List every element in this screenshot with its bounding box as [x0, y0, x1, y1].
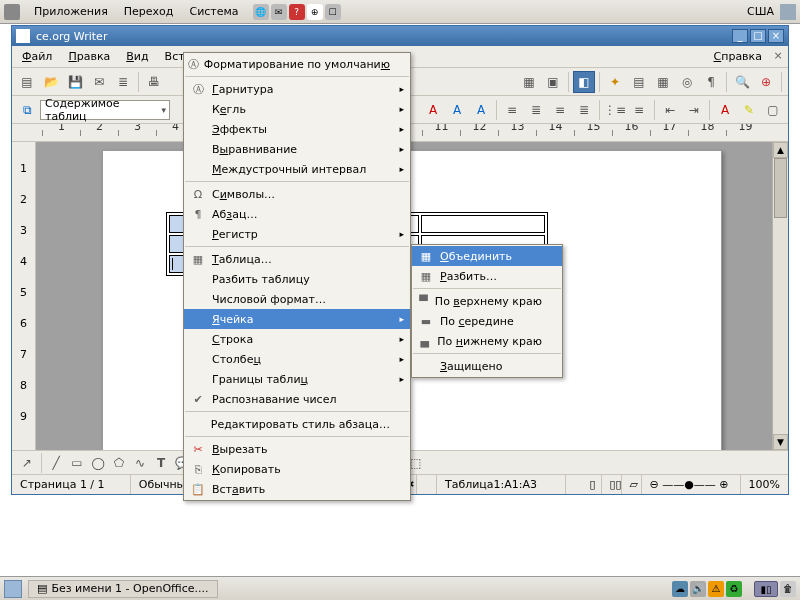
curve-tool[interactable]: ∿ [131, 454, 149, 472]
pdf-button[interactable]: ≣ [112, 71, 134, 93]
tray-icon[interactable]: 🌐 [253, 4, 269, 20]
ctx-font[interactable]: ⒶГарнитура▸ [184, 79, 410, 99]
toolbar-button[interactable]: A [714, 99, 736, 121]
gnome-menu-applications[interactable]: Приложения [26, 5, 116, 18]
ctx-case[interactable]: Регистр▸ [184, 224, 410, 244]
ctx-symbols[interactable]: ΩСимволы… [184, 184, 410, 204]
view-layout-single[interactable]: ▯ [582, 475, 602, 494]
toolbar-button[interactable]: ▣ [542, 71, 564, 93]
align-center-button[interactable]: ≣ [525, 99, 547, 121]
print-button[interactable]: 🖶 [143, 71, 165, 93]
toolbar-button[interactable]: ◧ [573, 71, 595, 93]
text-tool[interactable]: T [152, 454, 170, 472]
ctx-effects[interactable]: Эффекты▸ [184, 119, 410, 139]
close-document-button[interactable]: × [770, 49, 786, 65]
table-button[interactable]: ▦ [518, 71, 540, 93]
numbered-list-button[interactable]: ≡ [628, 99, 650, 121]
align-right-button[interactable]: ≡ [549, 99, 571, 121]
ctx-cut[interactable]: ✂Вырезать [184, 439, 410, 459]
submenu-align-bottom[interactable]: ▄По нижнему краю [412, 331, 562, 351]
taskbar-item[interactable]: ▤ Без имени 1 - OpenOffice.... [28, 580, 218, 598]
ctx-line-spacing[interactable]: Междустрочный интервал▸ [184, 159, 410, 179]
titlebar[interactable]: ce.org Writer _ □ × [12, 26, 788, 46]
vertical-ruler[interactable]: 123456789 [12, 142, 36, 450]
toolbar-button[interactable]: ✎ [738, 99, 760, 121]
list-button[interactable]: ⋮≡ [604, 99, 626, 121]
help-button[interactable]: ⊕ [755, 71, 777, 93]
menu-view[interactable]: Вид [118, 47, 156, 66]
ctx-default-formatting[interactable]: ⒶФорматирование по умолчанию [184, 54, 410, 74]
open-button[interactable]: 📂 [40, 71, 62, 93]
ctx-table[interactable]: ▦Таблица… [184, 249, 410, 269]
ctx-row[interactable]: Строка▸ [184, 329, 410, 349]
toolbar-button[interactable]: ✦ [604, 71, 626, 93]
tray-icon[interactable]: ⊕ [307, 4, 323, 20]
status-signature[interactable] [417, 475, 437, 494]
submenu-merge[interactable]: ▦Объединить [412, 246, 562, 266]
tray-icon[interactable]: ☁ [672, 581, 688, 597]
rect-tool[interactable]: ▭ [68, 454, 86, 472]
new-doc-button[interactable]: ▤ [16, 71, 38, 93]
tray-icon[interactable]: ☐ [325, 4, 341, 20]
trash-icon[interactable]: 🗑 [780, 581, 796, 597]
gnome-menu-system[interactable]: Система [181, 5, 246, 18]
menu-file[interactable]: Файл [14, 47, 60, 66]
ctx-edit-paragraph-style[interactable]: Редактировать стиль абзаца… [184, 414, 410, 434]
submenu-align-center[interactable]: ▬По середине [412, 311, 562, 331]
view-layout-book[interactable]: ▱ [622, 475, 642, 494]
ctx-cell[interactable]: Ячейка▸ [184, 309, 410, 329]
ellipse-tool[interactable]: ◯ [89, 454, 107, 472]
scroll-up-button[interactable]: ▲ [773, 142, 788, 158]
line-tool[interactable]: ╱ [47, 454, 65, 472]
ctx-number-format[interactable]: Числовой формат… [184, 289, 410, 309]
ctx-paste[interactable]: 📋Вставить [184, 479, 410, 499]
tray-icon[interactable]: ♻ [726, 581, 742, 597]
ctx-alignment[interactable]: Выравнивание▸ [184, 139, 410, 159]
table-cell[interactable] [421, 215, 545, 233]
workspace-switcher[interactable]: ▮▯ [754, 581, 778, 597]
save-button[interactable]: 💾 [64, 71, 86, 93]
scroll-down-button[interactable]: ▼ [773, 434, 788, 450]
tray-icon[interactable]: ✉ [271, 4, 287, 20]
submenu-split[interactable]: ▦Разбить… [412, 266, 562, 286]
ctx-number-recognition[interactable]: ✔Распознавание чисел [184, 389, 410, 409]
zoom-slider[interactable]: ⊖ ——●—— ⊕ [642, 475, 741, 494]
zoom-button[interactable]: 🔍 [731, 71, 753, 93]
close-button[interactable]: × [768, 29, 784, 43]
submenu-protected[interactable]: Защищено [412, 356, 562, 376]
tray-icon[interactable]: ? [289, 4, 305, 20]
show-desktop-button[interactable] [4, 580, 22, 598]
ctx-copy[interactable]: ⎘Копировать [184, 459, 410, 479]
ctx-borders[interactable]: Границы таблиц▸ [184, 369, 410, 389]
vertical-scrollbar[interactable]: ▲ ▼ [772, 142, 788, 450]
menu-edit[interactable]: Правка [60, 47, 118, 66]
ctx-size[interactable]: Кегль▸ [184, 99, 410, 119]
increase-indent-button[interactable]: ⇥ [683, 99, 705, 121]
tray-icon[interactable]: 🔊 [690, 581, 706, 597]
paragraph-style-dropdown[interactable]: Содержимое таблиц [40, 100, 170, 120]
tray-icon[interactable]: ⚠ [708, 581, 724, 597]
toolbar-button[interactable]: ▢ [762, 99, 784, 121]
highlight-button[interactable]: A [446, 99, 468, 121]
font-color-button[interactable]: A [422, 99, 444, 121]
view-layout-multi[interactable]: ▯▯ [602, 475, 622, 494]
scroll-thumb[interactable] [774, 158, 787, 218]
toolbar-button[interactable]: ▤ [628, 71, 650, 93]
toolbar-button[interactable]: ¶ [700, 71, 722, 93]
email-button[interactable]: ✉ [88, 71, 110, 93]
ctx-split-table[interactable]: Разбить таблицу [184, 269, 410, 289]
maximize-button[interactable]: □ [750, 29, 766, 43]
keyboard-layout-indicator[interactable]: США [741, 5, 780, 18]
decrease-indent-button[interactable]: ⇤ [659, 99, 681, 121]
ctx-paragraph[interactable]: ¶Абзац… [184, 204, 410, 224]
align-left-button[interactable]: ≡ [501, 99, 523, 121]
zoom-value[interactable]: 100% [741, 475, 788, 494]
submenu-align-top[interactable]: ▀По верхнему краю [412, 291, 562, 311]
styles-button[interactable]: ⧉ [16, 99, 38, 121]
bg-color-button[interactable]: A [470, 99, 492, 121]
menu-help[interactable]: Справка [706, 47, 770, 66]
select-tool[interactable]: ↗ [18, 454, 36, 472]
align-justify-button[interactable]: ≣ [573, 99, 595, 121]
minimize-button[interactable]: _ [732, 29, 748, 43]
toolbar-button[interactable]: ◎ [676, 71, 698, 93]
